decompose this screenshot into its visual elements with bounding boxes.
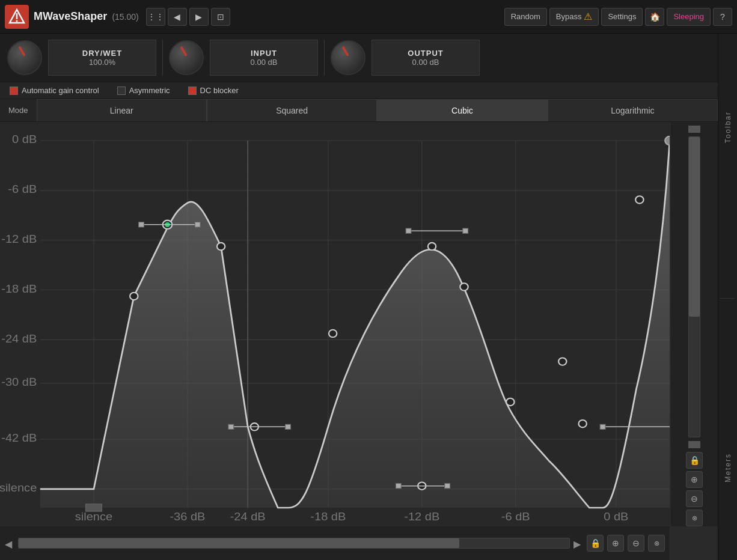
prev-button[interactable]: ◀	[168, 8, 187, 26]
dc-blocker-check-box	[188, 87, 197, 95]
output-knob[interactable]	[331, 40, 365, 75]
lock-icon-button[interactable]: 🔒	[686, 452, 703, 469]
settings-button[interactable]: Settings	[601, 8, 643, 26]
drywet-container: DRY/WET 100.0%	[7, 40, 156, 76]
header: MWaveShaper (15.00) ⋮⋮ ◀ ▶ ⊡ Random Bypa…	[0, 0, 737, 34]
home-button[interactable]: 🏠	[645, 8, 664, 26]
controls-divider-2	[324, 40, 325, 76]
mode-tab-linear[interactable]: Linear	[37, 99, 207, 121]
horizontal-scroll-thumb	[19, 538, 459, 548]
options-row: Automatic gain control Asymmetric DC blo…	[0, 82, 718, 99]
bypass-warning-icon: ⚠	[584, 11, 592, 22]
svg-text:0 dB: 0 dB	[604, 510, 628, 522]
svg-text:-12 dB: -12 dB	[404, 510, 439, 522]
help-button[interactable]: ?	[713, 8, 732, 26]
svg-point-46	[428, 243, 436, 250]
svg-rect-44	[286, 424, 291, 429]
zoom-out-button[interactable]: ⊖	[686, 490, 703, 507]
input-knob[interactable]	[169, 40, 204, 75]
svg-text:0 dB: 0 dB	[12, 133, 37, 145]
svg-rect-66	[86, 504, 102, 511]
h-zoom-out-button[interactable]: ⊖	[628, 535, 644, 552]
scroll-left-button[interactable]: ◀	[5, 538, 14, 548]
plugin-area: DRY/WET 100.0% INPUT 0.00 dB OUT	[0, 34, 718, 560]
h-zoom-in-button[interactable]: ⊕	[607, 535, 624, 552]
output-container: OUTPUT 0.00 dB	[331, 40, 480, 76]
svg-text:-6 dB: -6 dB	[8, 183, 37, 195]
svg-point-50	[460, 283, 468, 290]
svg-text:-18 dB: -18 dB	[310, 510, 346, 522]
toolbar-sidebar-label: Toolbar	[724, 111, 732, 143]
svg-text:silence: silence	[0, 481, 37, 494]
output-label: OUTPUT	[382, 49, 469, 58]
svg-text:-24 dB: -24 dB	[1, 332, 37, 344]
svg-text:-18 dB: -18 dB	[1, 282, 37, 294]
mode-tab-squared[interactable]: Squared	[207, 99, 377, 121]
random-button[interactable]: Random	[504, 8, 547, 26]
grid-icon-button[interactable]: ⋮⋮	[146, 8, 165, 26]
svg-rect-53	[396, 484, 401, 488]
svg-point-2	[16, 20, 18, 22]
svg-point-34	[130, 293, 138, 300]
vertical-scroll-track[interactable]	[688, 136, 700, 437]
svg-point-55	[506, 398, 514, 406]
svg-text:-24 dB: -24 dB	[230, 510, 266, 522]
mode-tab-cubic[interactable]: Cubic	[377, 99, 547, 121]
h-zoom-reset-button[interactable]: ⊗	[648, 535, 665, 552]
capture-button[interactable]: ⊡	[211, 8, 230, 26]
scroll-up-button[interactable]	[688, 126, 700, 133]
output-info: OUTPUT 0.00 dB	[372, 40, 480, 76]
dc-blocker-checkbox[interactable]: DC blocker	[188, 86, 239, 95]
svg-rect-54	[445, 484, 450, 488]
sidebar-divider	[720, 298, 735, 299]
drywet-info: DRY/WET 100.0%	[48, 40, 156, 76]
svg-text:-30 dB: -30 dB	[1, 376, 37, 388]
asymmetric-check-box	[117, 87, 126, 95]
svg-rect-48	[406, 228, 411, 233]
svg-point-40	[217, 243, 225, 250]
asymmetric-checkbox[interactable]: Asymmetric	[117, 86, 170, 95]
svg-text:-42 dB: -42 dB	[1, 431, 37, 444]
zoom-reset-button[interactable]: ⊗	[686, 510, 703, 526]
mode-row: Mode Linear Squared Cubic Logarithmic	[0, 99, 718, 122]
mode-tab-logarithmic[interactable]: Logarithmic	[548, 99, 718, 121]
output-value: 0.00 dB	[382, 58, 469, 67]
svg-rect-39	[195, 222, 200, 227]
vertical-scroll-thumb	[689, 137, 700, 317]
drywet-knob[interactable]	[7, 40, 42, 75]
graph-inner[interactable]: 0 dB -6 dB -12 dB -18 dB -24 dB -30 dB -…	[0, 122, 670, 526]
drywet-label: DRY/WET	[58, 49, 146, 58]
svg-point-56	[558, 358, 566, 365]
drywet-value: 100.0%	[58, 58, 146, 67]
scroll-down-button[interactable]	[688, 441, 700, 448]
h-lock-icon-button[interactable]: 🔒	[587, 535, 604, 552]
main-content: DRY/WET 100.0% INPUT 0.00 dB OUT	[0, 34, 737, 560]
graph-container: 0 dB -6 dB -12 dB -18 dB -24 dB -30 dB -…	[0, 122, 718, 560]
right-sidebar: Toolbar Meters	[718, 34, 737, 560]
graph-right-panel: 🔒 ⊕ ⊖ ⊗	[671, 122, 718, 526]
auto-gain-checkbox[interactable]: Automatic gain control	[10, 86, 99, 95]
svg-text:-36 dB: -36 dB	[170, 510, 205, 522]
svg-text:-12 dB: -12 dB	[1, 233, 37, 245]
zoom-in-button[interactable]: ⊕	[686, 471, 703, 488]
svg-rect-43	[228, 424, 234, 429]
graph-svg[interactable]: 0 dB -6 dB -12 dB -18 dB -24 dB -30 dB -…	[0, 122, 670, 526]
next-button[interactable]: ▶	[189, 8, 209, 26]
horizontal-scroll-track[interactable]	[18, 538, 570, 549]
svg-point-45	[329, 330, 337, 337]
input-container: INPUT 0.00 dB	[169, 40, 318, 76]
svg-rect-38	[139, 222, 144, 227]
app-title: MWaveShaper	[34, 10, 107, 23]
controls-row: DRY/WET 100.0% INPUT 0.00 dB OUT	[0, 34, 718, 82]
logo	[5, 5, 29, 29]
mode-label: Mode	[0, 101, 37, 120]
scroll-right-button[interactable]: ▶	[573, 538, 583, 548]
controls-divider-1	[162, 40, 163, 76]
svg-point-60	[578, 420, 586, 427]
app-version: (15.00)	[112, 12, 138, 22]
input-info: INPUT 0.00 dB	[210, 40, 318, 76]
bypass-button[interactable]: Bypass ⚠	[549, 8, 599, 26]
input-label: INPUT	[220, 49, 308, 58]
svg-rect-58	[600, 424, 605, 429]
sleeping-button[interactable]: Sleeping	[667, 8, 711, 26]
